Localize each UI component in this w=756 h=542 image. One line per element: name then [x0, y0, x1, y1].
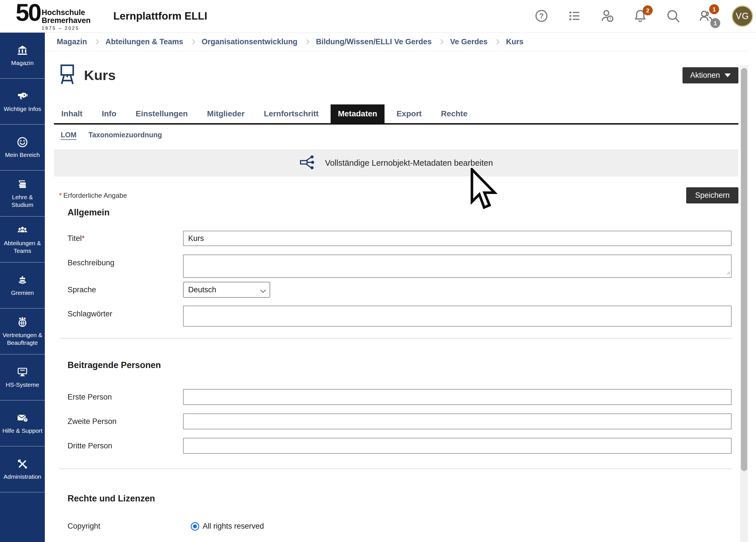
scrollbar-thumb[interactable] — [741, 68, 747, 471]
monitor-icon: *** — [16, 366, 29, 378]
sprache-label: Sprache — [68, 285, 183, 294]
sidebar-item-lehre-studium[interactable]: Lehre & Studium — [0, 171, 45, 217]
tab-info[interactable]: Info — [95, 104, 124, 123]
titel-input[interactable] — [183, 231, 732, 246]
subtab-taxonomiezuordnung[interactable]: Taxonomiezuordnung — [89, 131, 162, 139]
sidebar-item-abteilungen-teams[interactable]: Abteilungen & Teams — [0, 217, 45, 262]
breadcrumb: MagazinAbteilungen & TeamsOrganisationse… — [45, 33, 748, 51]
search-icon — [666, 9, 681, 24]
notifications-badge: 2 — [643, 5, 653, 15]
required-asterisk: * — [59, 192, 62, 199]
sidebar-item-vertretungen-beauftragte[interactable]: Vertretungen & Beauftragte — [0, 308, 45, 354]
sidebar-item-hs-systeme[interactable]: ***HS-Systeme — [0, 354, 45, 400]
sidebar-item-label: Gremien — [11, 289, 34, 297]
user-alert-icon: ! — [600, 9, 615, 24]
save-button[interactable]: Speichern — [686, 187, 738, 203]
tab-inhalt[interactable]: Inhalt — [54, 104, 90, 123]
schlagwoerter-label: Schlagwörter — [68, 306, 183, 318]
top-header: 50 Hochschule Bremerhaven 1975 – 2025 Le… — [0, 0, 756, 33]
section-allgemein: Allgemein — [54, 207, 738, 218]
sidebar-item-label: Hilfe & Support — [2, 427, 42, 434]
logo-line1: Hochschule — [42, 9, 91, 17]
contacts-button[interactable]: 1 1 — [699, 9, 713, 24]
tab-bar: InhaltInfoEinstellungenMitgliederLernfor… — [54, 104, 738, 125]
resize-handle-icon[interactable] — [726, 270, 730, 276]
sidebar-item-hilfe-support[interactable]: ?Hilfe & Support — [0, 400, 45, 446]
tab-lernfortschritt[interactable]: Lernfortschritt — [257, 104, 326, 123]
sidebar-item-label: HS-Systeme — [6, 381, 39, 388]
tab-metadaten[interactable]: Metadaten — [331, 104, 385, 123]
vertical-scrollbar[interactable] — [740, 65, 748, 542]
tab-einstellungen[interactable]: Einstellungen — [128, 104, 195, 123]
breadcrumb-item[interactable]: Bildung/Wissen/ELLI Ve Gerdes — [316, 37, 432, 46]
caret-down-icon — [725, 73, 731, 77]
app-title: Lernplattform ELLI — [113, 10, 207, 22]
notifications-button[interactable]: 2 — [633, 9, 648, 24]
breadcrumb-item[interactable]: Ve Gerdes — [450, 37, 488, 46]
breadcrumb-item[interactable]: Kurs — [506, 37, 524, 46]
svg-text:!: ! — [609, 16, 611, 22]
sidebar-item-administration[interactable]: Administration — [0, 446, 45, 492]
tab-export[interactable]: Export — [389, 104, 429, 123]
svg-text:?: ? — [25, 419, 27, 422]
breadcrumb-item[interactable]: Organisationsentwicklung — [202, 37, 298, 46]
sidebar-item-label: Vertretungen & Beauftragte — [1, 331, 44, 346]
copyright-option-label: All rights reserved — [203, 522, 264, 531]
actions-button[interactable]: Aktionen — [683, 67, 738, 83]
subtab-lom[interactable]: LOM — [61, 131, 77, 139]
svg-text:***: *** — [20, 369, 25, 373]
contacts-badge-top: 1 — [709, 4, 719, 14]
sidebar-item-wichtige-infos[interactable]: Wichtige Infos — [0, 79, 45, 125]
chevron-right-icon — [494, 39, 499, 44]
help-icon: ? — [534, 9, 549, 24]
logo-line2: Bremerhaven — [42, 17, 91, 25]
metadata-tree-icon — [299, 154, 318, 172]
committee-icon — [16, 274, 29, 286]
tab-mitglieder[interactable]: Mitglieder — [200, 104, 252, 123]
course-icon — [59, 64, 75, 87]
sprache-select[interactable]: Deutsch — [183, 282, 270, 298]
contacts-badge-bottom: 1 — [710, 18, 720, 28]
zweite-person-label: Zweite Person — [68, 417, 183, 426]
school-logo: 50 Hochschule Bremerhaven 1975 – 2025 — [16, 1, 91, 31]
erste-person-input[interactable] — [183, 389, 732, 405]
section-rechte: Rechte und Lizenzen — [54, 493, 738, 504]
sidebar-item-label: Abteilungen & Teams — [1, 240, 44, 255]
sidebar-item-label: Magazin — [11, 59, 33, 67]
sidebar-item-label: Lehre & Studium — [1, 194, 44, 209]
svg-text:?: ? — [539, 12, 544, 20]
banner-label: Vollständige Lernobjekt-Metadaten bearbe… — [325, 158, 493, 168]
edit-full-metadata-link[interactable]: Vollständige Lernobjekt-Metadaten bearbe… — [54, 149, 738, 177]
sidebar-item-magazin[interactable]: Magazin — [0, 33, 45, 79]
beschreibung-label: Beschreibung — [68, 255, 183, 267]
chevron-right-icon — [438, 39, 443, 44]
breadcrumb-item[interactable]: Magazin — [57, 37, 87, 46]
schlagwoerter-textarea[interactable] — [183, 306, 732, 327]
help-button[interactable]: ? — [534, 9, 549, 24]
zweite-person-input[interactable] — [183, 413, 732, 429]
sidebar-item-gremien[interactable]: Gremien — [0, 262, 45, 308]
globe-people-icon — [16, 316, 29, 329]
search-button[interactable] — [666, 9, 681, 24]
sidebar-item-label: Wichtige Infos — [4, 105, 41, 113]
dritte-person-input[interactable] — [183, 438, 732, 454]
logo-years: 1975 – 2025 — [42, 26, 91, 31]
main-sidebar: MagazinWichtige InfosMein BereichLehre &… — [0, 33, 45, 542]
avatar[interactable]: VG — [732, 5, 753, 27]
user-status-button[interactable]: ! — [600, 9, 615, 24]
group-icon — [16, 224, 29, 237]
section-beitragende: Beitragende Personen — [54, 360, 738, 370]
tools-icon — [16, 458, 29, 470]
list-menu-button[interactable] — [567, 9, 582, 24]
megaphone-icon — [16, 90, 29, 102]
sidebar-item-label: Mein Bereich — [5, 151, 40, 159]
books-icon — [16, 178, 29, 191]
tab-rechte[interactable]: Rechte — [434, 104, 475, 123]
breadcrumb-item[interactable]: Abteilungen & Teams — [106, 37, 183, 46]
subtab-bar: LOMTaxonomiezuordnung — [54, 131, 738, 139]
beschreibung-textarea[interactable] — [183, 255, 732, 278]
copyright-radio[interactable] — [191, 522, 199, 531]
header-icon-group: ? ! 2 1 1 — [534, 5, 756, 27]
sidebar-item-mein-bereich[interactable]: Mein Bereich — [0, 125, 45, 171]
section-divider — [59, 469, 732, 469]
